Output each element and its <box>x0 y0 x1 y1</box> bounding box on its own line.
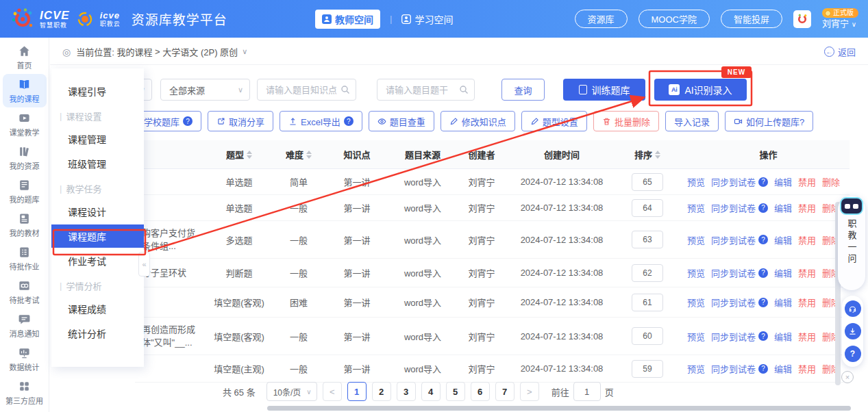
sync-link[interactable]: 同步到试卷 <box>711 362 756 375</box>
preview-link[interactable]: 预览 <box>687 362 705 375</box>
help-icon[interactable]: ? <box>758 235 768 244</box>
preview-link[interactable]: 预览 <box>687 296 705 309</box>
rail-item-third-party[interactable]: 第三方应用 <box>3 376 47 409</box>
disable-link[interactable]: 禁用 <box>798 233 816 246</box>
page-button-1[interactable]: 1 <box>347 382 367 401</box>
delete-link[interactable]: 删除 <box>822 175 840 188</box>
disable-link[interactable]: 禁用 <box>798 201 816 214</box>
sort-icon[interactable] <box>306 151 312 159</box>
goto-page-input[interactable] <box>573 382 601 401</box>
disable-link[interactable]: 禁用 <box>798 266 816 279</box>
help-icon[interactable]: ? <box>758 331 768 341</box>
dup-check-button[interactable]: 题目查重 <box>369 111 434 131</box>
disable-link[interactable]: 禁用 <box>798 362 816 375</box>
help-icon[interactable]: ? <box>758 298 768 307</box>
submenu-course-question-bank[interactable]: 课程题库 <box>51 224 144 248</box>
next-page-button[interactable]: > <box>520 382 539 401</box>
sort-icon[interactable] <box>247 151 252 159</box>
page-button-4[interactable]: 4 <box>421 382 441 401</box>
page-button-7[interactable]: 7 <box>495 382 514 401</box>
header-type[interactable]: 题型 <box>206 148 272 161</box>
source-select[interactable]: 全部来源∨ <box>160 79 250 101</box>
sort-icon[interactable] <box>655 151 660 159</box>
sync-link[interactable]: 同步到试卷 <box>711 266 756 279</box>
preview-link[interactable]: 预览 <box>687 175 705 188</box>
submenu-class-management[interactable]: 班级管理 <box>51 152 144 175</box>
edit-link[interactable]: 编辑 <box>774 330 792 343</box>
rail-item-pending-homework[interactable]: 待批作业 <box>3 242 47 275</box>
preview-link[interactable]: 预览 <box>687 330 705 343</box>
order-input[interactable] <box>632 173 663 191</box>
order-input[interactable] <box>632 294 663 311</box>
edit-link[interactable]: 编辑 <box>774 266 792 279</box>
order-input[interactable] <box>632 264 663 282</box>
edit-link[interactable]: 编辑 <box>774 175 792 188</box>
rail-item-textbooks[interactable]: 我的教材 <box>3 208 47 242</box>
close-assistant-icon[interactable]: × <box>841 371 854 383</box>
import-record-button[interactable]: 导入记录 <box>665 111 719 131</box>
breadcrumb-current[interactable]: 大学语文 (2P) 原创 <box>162 45 238 58</box>
order-input[interactable] <box>632 199 663 217</box>
rail-item-classroom[interactable]: 课堂教学 <box>3 107 47 141</box>
sync-link[interactable]: 同步到试卷 <box>711 330 756 343</box>
order-input[interactable] <box>632 231 663 248</box>
sync-link[interactable]: 同步到试卷 <box>711 201 756 214</box>
submenu-course-grades[interactable]: 课程成绩 <box>51 297 144 320</box>
cancel-share-button[interactable]: 取消分享 <box>208 111 273 131</box>
preview-link[interactable]: 预览 <box>687 233 705 246</box>
order-input[interactable] <box>632 360 663 378</box>
page-button-5[interactable]: 5 <box>446 382 465 401</box>
prev-page-button[interactable]: < <box>323 382 342 401</box>
user-menu[interactable]: 正式版 刘宵宁 ∨ <box>822 8 858 29</box>
rail-item-my-courses[interactable]: 我的课程 <box>3 74 47 107</box>
header-difficulty[interactable]: 难度 <box>272 148 325 161</box>
help-icon[interactable]: ? <box>758 268 768 278</box>
header-order[interactable]: 排序 <box>617 148 678 161</box>
edit-link[interactable]: 编辑 <box>774 362 792 375</box>
rail-item-question-bank[interactable]: 我的题库 <box>3 175 47 208</box>
customer-service-button[interactable] <box>845 300 861 317</box>
sync-link[interactable]: 同步到试卷 <box>711 175 756 188</box>
horizontal-scrollbar[interactable] <box>267 406 851 411</box>
rail-item-home[interactable]: 首页 <box>3 40 47 74</box>
rail-item-notifications[interactable]: 消息通知 <box>3 309 47 342</box>
collapse-menu-button[interactable]: « <box>138 252 150 276</box>
back-button[interactable]: ← 返回 <box>824 45 856 58</box>
preview-link[interactable]: 预览 <box>687 266 705 279</box>
help-icon[interactable]: ? <box>758 177 768 187</box>
help-icon[interactable]: ? <box>758 203 768 213</box>
page-button-6[interactable]: 6 <box>471 382 490 401</box>
help-icon[interactable]: ? <box>344 116 354 126</box>
submenu-course-guide[interactable]: 课程引导 <box>51 79 144 103</box>
help-icon[interactable]: ? <box>758 364 768 374</box>
teacher-space-tab[interactable]: 教师空间 <box>315 10 380 29</box>
submenu-course-management[interactable]: 课程管理 <box>51 127 144 151</box>
sync-link[interactable]: 同步到试卷 <box>711 233 756 246</box>
submenu-homework-exam[interactable]: 作业考试 <box>51 249 144 272</box>
rail-item-statistics[interactable]: 数据统计 <box>3 342 47 376</box>
how-upload-button[interactable]: 如何上传题库? <box>725 111 813 131</box>
mooc-button[interactable]: MOOC学院 <box>638 10 710 28</box>
rail-item-my-resources[interactable]: 我的资源 <box>3 141 47 175</box>
app-launcher-icon[interactable] <box>793 10 811 28</box>
breadcrumb-parent[interactable]: 我的课程 <box>116 45 152 58</box>
excel-export-button[interactable]: Excel导出? <box>280 111 362 131</box>
type-settings-button[interactable]: 题型设置 <box>521 111 587 131</box>
resource-lib-button[interactable]: 资源库 <box>575 10 628 28</box>
batch-delete-button[interactable]: 批量删除 <box>593 111 659 131</box>
course-switch-caret-icon[interactable]: ∨ <box>242 47 247 56</box>
submenu-statistical-analysis[interactable]: 统计分析 <box>51 322 144 345</box>
edit-link[interactable]: 编辑 <box>774 296 792 309</box>
assistant-tab[interactable]: 职教一问 <box>838 196 865 290</box>
page-button-2[interactable]: 2 <box>372 382 391 401</box>
disable-link[interactable]: 禁用 <box>798 330 816 343</box>
help-button[interactable]: ? <box>845 346 861 362</box>
ai-recognition-button[interactable]: Ai AI识别录入 <box>654 79 747 101</box>
page-button-3[interactable]: 3 <box>397 382 416 401</box>
submenu-course-design[interactable]: 课程设计 <box>51 200 144 223</box>
help-icon[interactable]: ? <box>183 116 193 126</box>
edit-link[interactable]: 编辑 <box>774 201 792 214</box>
sync-link[interactable]: 同步到试卷 <box>711 296 756 309</box>
train-bank-button[interactable]: 训练题库 <box>563 79 645 101</box>
edit-link[interactable]: 编辑 <box>774 233 792 246</box>
